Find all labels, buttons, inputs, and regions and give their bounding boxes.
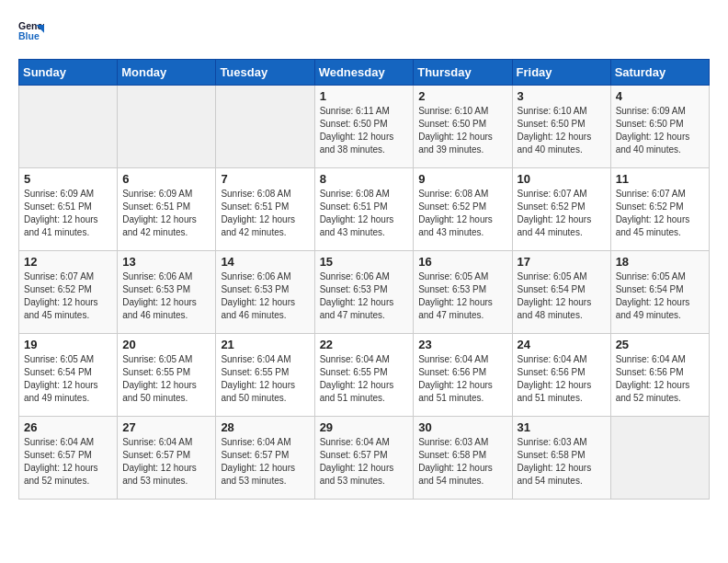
day-info: Sunrise: 6:05 AM Sunset: 6:55 PM Dayligh… xyxy=(122,353,210,405)
calendar-header-row: Sunday Monday Tuesday Wednesday Thursday… xyxy=(19,60,710,86)
day-number: 17 xyxy=(518,255,606,269)
day-number: 27 xyxy=(122,420,210,434)
day-info: Sunrise: 6:10 AM Sunset: 6:50 PM Dayligh… xyxy=(418,105,506,156)
table-row: 17Sunrise: 6:05 AM Sunset: 6:54 PM Dayli… xyxy=(512,251,610,334)
calendar-week-row: 1Sunrise: 6:11 AM Sunset: 6:50 PM Daylig… xyxy=(19,86,710,168)
day-number: 10 xyxy=(518,172,606,186)
day-number: 14 xyxy=(221,255,309,269)
table-row xyxy=(118,86,216,168)
table-row: 23Sunrise: 6:04 AM Sunset: 6:56 PM Dayli… xyxy=(414,334,512,417)
col-tuesday: Tuesday xyxy=(216,60,314,86)
calendar-week-row: 19Sunrise: 6:05 AM Sunset: 6:54 PM Dayli… xyxy=(19,334,710,417)
day-number: 7 xyxy=(221,172,309,186)
day-number: 24 xyxy=(518,338,606,351)
day-info: Sunrise: 6:05 AM Sunset: 6:54 PM Dayligh… xyxy=(24,353,112,405)
page-header: General Blue xyxy=(18,18,710,44)
day-number: 8 xyxy=(320,172,409,186)
table-row: 9Sunrise: 6:08 AM Sunset: 6:52 PM Daylig… xyxy=(414,168,512,251)
day-info: Sunrise: 6:09 AM Sunset: 6:51 PM Dayligh… xyxy=(122,188,210,239)
col-thursday: Thursday xyxy=(414,60,512,86)
day-number: 29 xyxy=(320,420,409,434)
table-row: 31Sunrise: 6:03 AM Sunset: 6:58 PM Dayli… xyxy=(512,417,610,500)
day-info: Sunrise: 6:06 AM Sunset: 6:53 PM Dayligh… xyxy=(122,270,210,322)
day-number: 4 xyxy=(616,89,704,103)
day-info: Sunrise: 6:04 AM Sunset: 6:56 PM Dayligh… xyxy=(418,353,506,405)
calendar-week-row: 5Sunrise: 6:09 AM Sunset: 6:51 PM Daylig… xyxy=(19,168,710,251)
day-info: Sunrise: 6:05 AM Sunset: 6:53 PM Dayligh… xyxy=(418,270,506,322)
table-row: 10Sunrise: 6:07 AM Sunset: 6:52 PM Dayli… xyxy=(512,168,610,251)
table-row: 4Sunrise: 6:09 AM Sunset: 6:50 PM Daylig… xyxy=(610,86,709,168)
table-row: 5Sunrise: 6:09 AM Sunset: 6:51 PM Daylig… xyxy=(19,168,118,251)
day-info: Sunrise: 6:04 AM Sunset: 6:57 PM Dayligh… xyxy=(320,436,409,488)
day-info: Sunrise: 6:04 AM Sunset: 6:56 PM Dayligh… xyxy=(518,353,606,405)
day-number: 13 xyxy=(122,255,210,269)
table-row: 21Sunrise: 6:04 AM Sunset: 6:55 PM Dayli… xyxy=(216,334,314,417)
col-saturday: Saturday xyxy=(610,60,709,86)
calendar-week-row: 26Sunrise: 6:04 AM Sunset: 6:57 PM Dayli… xyxy=(19,417,710,500)
table-row: 3Sunrise: 6:10 AM Sunset: 6:50 PM Daylig… xyxy=(512,86,610,168)
day-number: 22 xyxy=(320,338,409,351)
table-row: 20Sunrise: 6:05 AM Sunset: 6:55 PM Dayli… xyxy=(118,334,216,417)
table-row: 25Sunrise: 6:04 AM Sunset: 6:56 PM Dayli… xyxy=(610,334,709,417)
day-number: 20 xyxy=(122,338,210,351)
logo-icon: General Blue xyxy=(18,18,44,44)
col-friday: Friday xyxy=(512,60,610,86)
day-info: Sunrise: 6:11 AM Sunset: 6:50 PM Dayligh… xyxy=(320,105,409,156)
day-number: 16 xyxy=(418,255,506,269)
table-row: 29Sunrise: 6:04 AM Sunset: 6:57 PM Dayli… xyxy=(314,417,414,500)
day-info: Sunrise: 6:06 AM Sunset: 6:53 PM Dayligh… xyxy=(320,270,409,322)
day-info: Sunrise: 6:08 AM Sunset: 6:51 PM Dayligh… xyxy=(320,188,409,239)
day-info: Sunrise: 6:04 AM Sunset: 6:55 PM Dayligh… xyxy=(320,353,409,405)
day-info: Sunrise: 6:04 AM Sunset: 6:55 PM Dayligh… xyxy=(221,353,309,405)
day-info: Sunrise: 6:09 AM Sunset: 6:51 PM Dayligh… xyxy=(24,188,112,239)
table-row: 14Sunrise: 6:06 AM Sunset: 6:53 PM Dayli… xyxy=(216,251,314,334)
table-row: 13Sunrise: 6:06 AM Sunset: 6:53 PM Dayli… xyxy=(118,251,216,334)
day-number: 21 xyxy=(221,338,309,351)
day-number: 5 xyxy=(24,172,112,186)
day-info: Sunrise: 6:10 AM Sunset: 6:50 PM Dayligh… xyxy=(518,105,606,156)
day-info: Sunrise: 6:07 AM Sunset: 6:52 PM Dayligh… xyxy=(24,270,112,322)
table-row: 16Sunrise: 6:05 AM Sunset: 6:53 PM Dayli… xyxy=(414,251,512,334)
day-number: 1 xyxy=(320,89,409,103)
day-info: Sunrise: 6:09 AM Sunset: 6:50 PM Dayligh… xyxy=(616,105,704,156)
table-row: 22Sunrise: 6:04 AM Sunset: 6:55 PM Dayli… xyxy=(314,334,414,417)
table-row xyxy=(610,417,709,500)
table-row: 28Sunrise: 6:04 AM Sunset: 6:57 PM Dayli… xyxy=(216,417,314,500)
day-number: 31 xyxy=(518,420,606,434)
day-info: Sunrise: 6:03 AM Sunset: 6:58 PM Dayligh… xyxy=(518,436,606,488)
day-info: Sunrise: 6:04 AM Sunset: 6:57 PM Dayligh… xyxy=(221,436,309,488)
table-row: 8Sunrise: 6:08 AM Sunset: 6:51 PM Daylig… xyxy=(314,168,414,251)
table-row: 19Sunrise: 6:05 AM Sunset: 6:54 PM Dayli… xyxy=(19,334,118,417)
day-number: 25 xyxy=(616,338,704,351)
col-wednesday: Wednesday xyxy=(314,60,414,86)
col-sunday: Sunday xyxy=(19,60,118,86)
table-row: 24Sunrise: 6:04 AM Sunset: 6:56 PM Dayli… xyxy=(512,334,610,417)
day-number: 9 xyxy=(418,172,506,186)
table-row: 6Sunrise: 6:09 AM Sunset: 6:51 PM Daylig… xyxy=(118,168,216,251)
table-row xyxy=(216,86,314,168)
day-number: 12 xyxy=(24,255,112,269)
day-number: 18 xyxy=(616,255,704,269)
day-info: Sunrise: 6:04 AM Sunset: 6:57 PM Dayligh… xyxy=(24,436,112,488)
table-row: 7Sunrise: 6:08 AM Sunset: 6:51 PM Daylig… xyxy=(216,168,314,251)
table-row xyxy=(19,86,118,168)
day-number: 2 xyxy=(418,89,506,103)
table-row: 2Sunrise: 6:10 AM Sunset: 6:50 PM Daylig… xyxy=(414,86,512,168)
calendar-week-row: 12Sunrise: 6:07 AM Sunset: 6:52 PM Dayli… xyxy=(19,251,710,334)
day-number: 23 xyxy=(418,338,506,351)
table-row: 15Sunrise: 6:06 AM Sunset: 6:53 PM Dayli… xyxy=(314,251,414,334)
day-info: Sunrise: 6:05 AM Sunset: 6:54 PM Dayligh… xyxy=(616,270,704,322)
table-row: 18Sunrise: 6:05 AM Sunset: 6:54 PM Dayli… xyxy=(610,251,709,334)
day-info: Sunrise: 6:07 AM Sunset: 6:52 PM Dayligh… xyxy=(616,188,704,239)
logo: General Blue xyxy=(18,18,48,44)
day-number: 6 xyxy=(122,172,210,186)
day-number: 3 xyxy=(518,89,606,103)
table-row: 30Sunrise: 6:03 AM Sunset: 6:58 PM Dayli… xyxy=(414,417,512,500)
table-row: 12Sunrise: 6:07 AM Sunset: 6:52 PM Dayli… xyxy=(19,251,118,334)
calendar-table: Sunday Monday Tuesday Wednesday Thursday… xyxy=(18,59,710,500)
day-info: Sunrise: 6:08 AM Sunset: 6:52 PM Dayligh… xyxy=(418,188,506,239)
table-row: 11Sunrise: 6:07 AM Sunset: 6:52 PM Dayli… xyxy=(610,168,709,251)
day-info: Sunrise: 6:04 AM Sunset: 6:57 PM Dayligh… xyxy=(122,436,210,488)
day-number: 30 xyxy=(418,420,506,434)
day-number: 28 xyxy=(221,420,309,434)
